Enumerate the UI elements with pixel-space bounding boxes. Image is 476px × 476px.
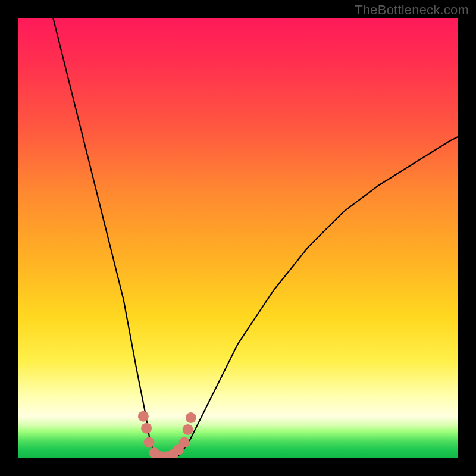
marker-dot <box>186 412 196 423</box>
chart-frame: TheBottleneck.com <box>0 0 476 476</box>
watermark-text: TheBottleneck.com <box>355 2 469 18</box>
plot-area <box>18 18 458 458</box>
marker-dot <box>179 437 190 447</box>
bottleneck-curve <box>18 18 458 458</box>
marker-dot <box>144 437 155 447</box>
curve-polyline <box>53 18 458 458</box>
marker-dot <box>138 411 149 422</box>
marker-dot <box>183 424 193 435</box>
bottom-dots <box>138 411 196 458</box>
marker-dot <box>141 423 152 434</box>
